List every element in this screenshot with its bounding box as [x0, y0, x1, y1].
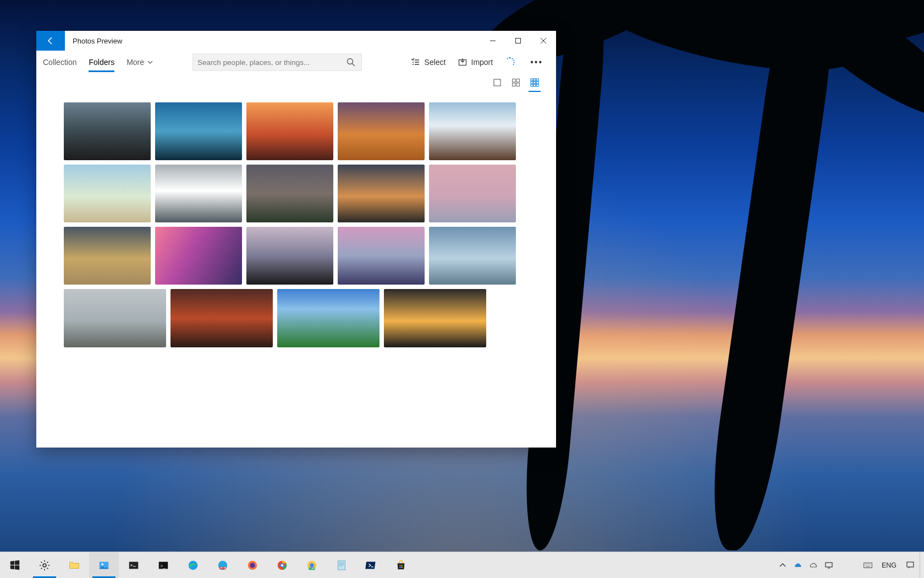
minimize-button[interactable] [480, 31, 505, 51]
photo-thumbnail[interactable] [246, 227, 333, 285]
sync-indicator [501, 55, 519, 69]
tray-onedrive[interactable] [790, 552, 806, 578]
svg-rect-40 [401, 565, 402, 566]
tab-more[interactable]: More [127, 54, 153, 70]
tab-folders[interactable]: Folders [89, 54, 114, 70]
taskbar-file-explorer[interactable] [59, 552, 89, 578]
view-medium-grid-icon [512, 78, 520, 87]
photos-preview-window: Photos Preview Collection Folders More [36, 31, 556, 448]
svg-rect-41 [399, 566, 400, 568]
gear-icon [38, 559, 51, 571]
svg-text:>_: >_ [161, 563, 166, 568]
tray-screen[interactable] [821, 552, 837, 578]
photo-thumbnail[interactable] [429, 102, 516, 160]
chevron-down-icon [147, 59, 153, 65]
photo-thumbnail[interactable] [155, 227, 242, 285]
photo-thumbnail[interactable] [246, 102, 333, 160]
photo-thumbnail[interactable] [155, 165, 242, 222]
select-icon [411, 58, 420, 67]
tray-show-hidden[interactable] [775, 552, 790, 578]
photo-thumbnail[interactable] [384, 289, 486, 347]
show-desktop-button[interactable] [920, 552, 923, 578]
svg-rect-39 [399, 565, 400, 566]
titlebar: Photos Preview [36, 31, 556, 51]
onedrive-icon [794, 561, 802, 570]
svg-rect-3 [494, 79, 501, 86]
cloud-icon [809, 561, 818, 570]
import-button[interactable]: Import [454, 56, 498, 69]
taskbar-notepad[interactable] [327, 552, 356, 578]
svg-rect-0 [516, 39, 521, 43]
terminal-icon [128, 559, 140, 571]
svg-rect-15 [534, 84, 536, 86]
taskbar-settings[interactable] [30, 552, 59, 578]
svg-rect-13 [536, 81, 538, 84]
search-input[interactable] [197, 58, 345, 67]
photo-thumbnail[interactable] [64, 165, 151, 222]
spinner-icon [505, 57, 515, 67]
tab-more-label: More [127, 58, 144, 67]
photo-thumbnail[interactable] [155, 102, 242, 160]
taskbar-chrome-canary[interactable]: CAN [297, 552, 327, 578]
tab-collection[interactable]: Collection [43, 54, 76, 70]
photo-thumbnail[interactable] [64, 227, 151, 285]
select-label: Select [425, 58, 446, 67]
select-button[interactable]: Select [407, 56, 450, 69]
folder-icon [68, 559, 80, 571]
photo-thumbnail[interactable] [429, 165, 516, 222]
tray-cloud[interactable] [806, 552, 821, 578]
svg-point-17 [43, 564, 46, 567]
search-box[interactable] [193, 53, 362, 71]
powershell-icon [365, 559, 377, 571]
taskbar-firefox[interactable] [238, 552, 267, 578]
taskbar-cmd[interactable]: >_ [148, 552, 178, 578]
photo-thumbnail[interactable] [64, 102, 151, 160]
photo-thumbnail[interactable] [277, 289, 380, 347]
taskbar-store[interactable] [386, 552, 416, 578]
tray-keyboard[interactable] [859, 552, 877, 578]
taskbar-photos[interactable] [89, 552, 119, 578]
photo-thumbnail[interactable] [338, 165, 425, 222]
svg-rect-6 [513, 83, 516, 86]
search-button[interactable] [345, 58, 357, 67]
close-button[interactable] [531, 31, 556, 51]
svg-rect-12 [534, 81, 536, 84]
cmd-icon: >_ [157, 559, 169, 571]
taskbar-edge-beta[interactable]: BETA [208, 552, 238, 578]
search-icon [346, 58, 355, 67]
taskbar-edge[interactable] [178, 552, 208, 578]
photo-thumbnail[interactable] [64, 289, 166, 347]
view-small-grid-button[interactable] [529, 77, 541, 89]
view-medium-grid-button[interactable] [510, 77, 522, 89]
photos-icon [98, 559, 110, 571]
svg-rect-8 [531, 79, 533, 81]
import-icon [458, 58, 467, 67]
wallpaper-decor [702, 0, 844, 552]
svg-point-19 [101, 563, 103, 565]
start-button[interactable] [0, 552, 30, 578]
tray-action-center[interactable] [901, 552, 920, 578]
maximize-button[interactable] [505, 31, 531, 51]
tray-language[interactable]: ENG [877, 561, 901, 569]
svg-rect-11 [531, 81, 533, 84]
photo-thumbnail[interactable] [170, 289, 273, 347]
window-title: Photos Preview [65, 31, 480, 51]
view-toolbar [36, 74, 556, 91]
svg-point-28 [250, 563, 255, 568]
notepad-icon [336, 559, 348, 571]
photo-thumbnail[interactable] [246, 165, 333, 222]
svg-rect-45 [907, 562, 914, 567]
photo-thumbnail[interactable] [338, 227, 425, 285]
svg-rect-9 [534, 79, 536, 81]
more-options-button[interactable]: ••• [522, 55, 551, 69]
photo-thumbnail[interactable] [429, 227, 516, 285]
view-single-button[interactable] [491, 77, 503, 89]
edge-beta-icon: BETA [217, 559, 229, 571]
svg-rect-43 [826, 563, 832, 567]
back-button[interactable] [36, 31, 65, 51]
taskbar-terminal[interactable] [119, 552, 148, 578]
taskbar-chrome[interactable] [267, 552, 297, 578]
taskbar-powershell[interactable] [356, 552, 386, 578]
photo-thumbnail[interactable] [338, 102, 425, 160]
taskbar: >_ BETA CAN [0, 552, 924, 578]
